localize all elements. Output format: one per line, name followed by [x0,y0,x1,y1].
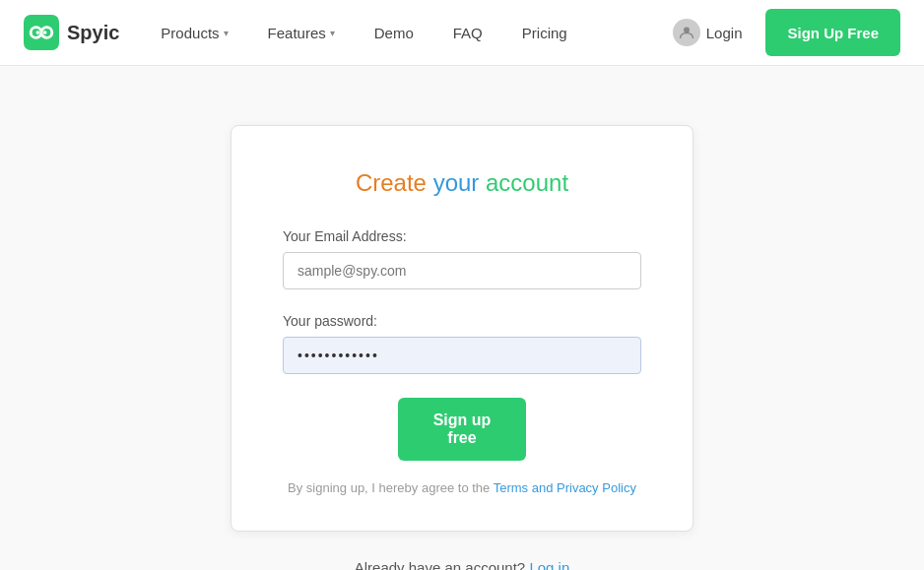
user-icon [673,19,700,46]
signup-button[interactable]: Sign up free [398,398,526,461]
chevron-down-icon: ▾ [330,28,335,38]
title-word-create: Create [356,169,427,196]
nav-link-demo[interactable]: Demo [357,17,431,49]
email-input[interactable] [283,252,641,289]
title-word-your: your [433,169,480,196]
bottom-login-link[interactable]: Log in [529,559,569,570]
signup-card: Create your account Your Email Address: … [231,125,693,532]
terms-text: By signing up, I hereby agree to the Ter… [283,480,641,495]
email-label: Your Email Address: [283,228,641,244]
nav-link-features[interactable]: Features ▾ [250,17,353,49]
nav-link-faq[interactable]: FAQ [435,17,500,49]
terms-link[interactable]: Terms and Privacy Policy [494,480,636,495]
password-form-group: Your password: [283,313,641,374]
login-button[interactable]: Login [657,11,759,54]
nav-link-products[interactable]: Products ▾ [143,17,245,49]
brand-name: Spyic [67,22,119,44]
brand-logo-icon [24,15,59,50]
title-word-account: account [486,169,568,196]
brand-logo-link[interactable]: Spyic [24,15,119,50]
svg-point-1 [684,28,690,33]
password-label: Your password: [283,313,641,329]
password-input[interactable] [283,337,641,374]
login-label: Login [706,25,743,41]
main-content: Create your account Your Email Address: … [0,66,924,570]
nav-right: Login Sign Up Free [657,9,900,56]
chevron-down-icon: ▾ [224,28,229,38]
nav-signup-button[interactable]: Sign Up Free [765,9,900,56]
navbar: Spyic Products ▾ Features ▾ Demo FAQ Pri… [0,0,924,66]
bottom-login-text: Already have an account? Log in [355,559,570,570]
email-form-group: Your Email Address: [283,228,641,289]
nav-link-pricing[interactable]: Pricing [504,17,585,49]
nav-links: Products ▾ Features ▾ Demo FAQ Pricing [143,17,656,49]
card-title: Create your account [283,169,641,197]
